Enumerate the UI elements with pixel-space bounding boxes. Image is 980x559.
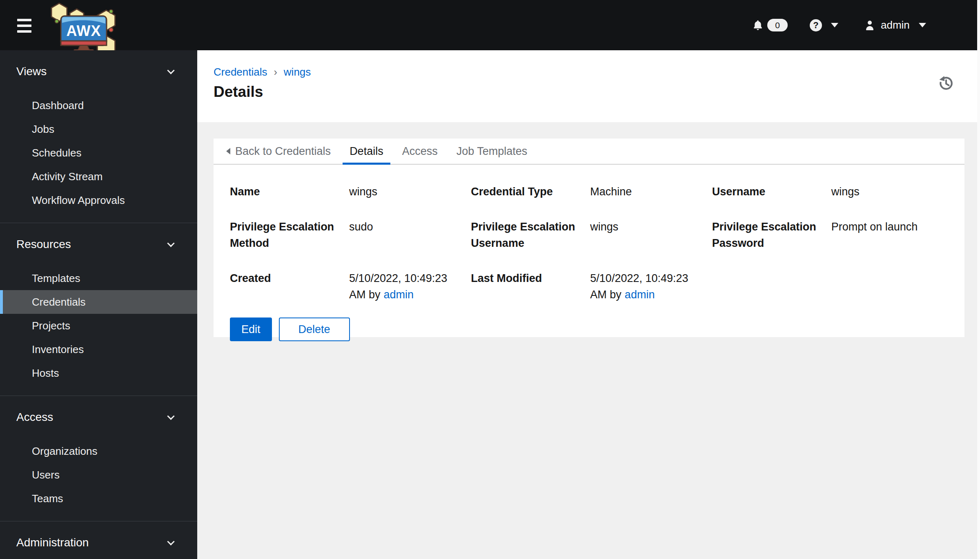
monitor-graphic: AWX — [61, 16, 107, 50]
field-name: Name wings — [230, 183, 466, 200]
credential-detail-card: Back to Credentials Details Access Job T… — [214, 139, 964, 337]
nav-group-access: Access Organizations Users Teams — [0, 396, 197, 521]
masthead-toolbar: 0 ? admin — [753, 0, 926, 50]
field-label: Last Modified — [471, 270, 590, 286]
detail-list: Name wings Credential Type Machine Usern… — [214, 165, 964, 303]
sidebar-item-teams[interactable]: Teams — [0, 487, 197, 510]
action-buttons: Edit Delete — [214, 318, 964, 341]
masthead: AWX 0 ? admin — [0, 0, 980, 50]
sidebar-item-jobs[interactable]: Jobs — [0, 117, 197, 141]
breadcrumb-separator: › — [274, 66, 277, 78]
sidebar-item-inventories[interactable]: Inventories — [0, 338, 197, 361]
field-username: Username wings — [712, 183, 948, 200]
sidebar-item-projects[interactable]: Projects — [0, 314, 197, 338]
field-value: Machine — [590, 183, 632, 200]
modified-by-admin-link[interactable]: admin — [625, 288, 655, 301]
nav-group-resources: Resources Templates Credentials Projects… — [0, 223, 197, 396]
tab-job-templates[interactable]: Job Templates — [450, 139, 535, 164]
field-credential-type: Credential Type Machine — [471, 183, 707, 200]
question-circle-icon: ? — [810, 19, 822, 31]
field-privilege-escalation-password: Privilege Escalation Password Prompt on … — [712, 219, 948, 251]
field-value: 5/10/2022, 10:49:23 AM byadmin — [349, 270, 456, 303]
user-icon — [864, 20, 875, 31]
breadcrumb: Credentials › wings — [214, 66, 980, 78]
sidebar-item-credentials[interactable]: Credentials — [0, 290, 197, 314]
field-value: wings — [349, 183, 377, 200]
nav-group-views: Views Dashboard Jobs Schedules Activity … — [0, 50, 197, 223]
sidebar-item-activity-stream[interactable]: Activity Stream — [0, 165, 197, 188]
field-value: wings — [590, 219, 618, 235]
sidebar-item-hosts[interactable]: Hosts — [0, 361, 197, 385]
field-label: Name — [230, 183, 349, 200]
field-value: sudo — [349, 219, 373, 235]
field-label: Privilege Escalation Username — [471, 219, 590, 251]
history-icon[interactable] — [938, 75, 955, 92]
left-triangle-icon — [226, 148, 230, 154]
nav-group-title-access[interactable]: Access — [0, 410, 197, 425]
field-label: Privilege Escalation Method — [230, 219, 349, 251]
sidebar: Views Dashboard Jobs Schedules Activity … — [0, 50, 197, 559]
field-value: Prompt on launch — [831, 219, 918, 235]
field-value: 5/10/2022, 10:49:23 AM byadmin — [590, 270, 697, 303]
awx-logo[interactable]: AWX — [46, 0, 118, 50]
field-label: Created — [230, 270, 349, 286]
field-privilege-escalation-username: Privilege Escalation Username wings — [471, 219, 707, 251]
created-by-admin-link[interactable]: admin — [384, 288, 414, 301]
field-label: Privilege Escalation Password — [712, 219, 831, 251]
help-dropdown[interactable]: ? — [810, 19, 838, 31]
tab-access[interactable]: Access — [395, 139, 445, 164]
hamburger-icon[interactable] — [17, 19, 31, 33]
chevron-down-icon — [167, 239, 174, 247]
notifications-button[interactable]: 0 — [753, 19, 788, 31]
delete-button[interactable]: Delete — [279, 318, 350, 341]
username-label: admin — [881, 19, 910, 31]
field-label: Credential Type — [471, 183, 590, 200]
field-label: Username — [712, 183, 831, 200]
sidebar-item-schedules[interactable]: Schedules — [0, 141, 197, 165]
content-area: Back to Credentials Details Access Job T… — [197, 122, 980, 559]
nav-group-title-views[interactable]: Views — [0, 64, 197, 79]
nav-group-title-administration[interactable]: Administration — [0, 535, 197, 550]
chevron-down-icon — [167, 412, 174, 420]
sidebar-item-organizations[interactable]: Organizations — [0, 439, 197, 463]
sidebar-item-dashboard[interactable]: Dashboard — [0, 94, 197, 117]
breadcrumb-wings-link[interactable]: wings — [284, 66, 311, 78]
nav-group-title-resources[interactable]: Resources — [0, 237, 197, 252]
breadcrumb-credentials-link[interactable]: Credentials — [214, 66, 267, 78]
user-dropdown[interactable]: admin — [864, 19, 926, 31]
caret-down-icon — [919, 23, 926, 27]
caret-down-icon — [831, 23, 838, 27]
edit-button[interactable]: Edit — [230, 318, 272, 341]
tab-details[interactable]: Details — [343, 139, 390, 164]
logo-text: AWX — [66, 22, 101, 39]
scrollbar[interactable] — [977, 0, 980, 559]
page-title: Details — [214, 83, 980, 101]
tab-back-to-credentials[interactable]: Back to Credentials — [219, 139, 338, 164]
chevron-down-icon — [167, 538, 174, 545]
chevron-down-icon — [167, 67, 174, 74]
field-created: Created 5/10/2022, 10:49:23 AM byadmin — [230, 270, 466, 303]
field-privilege-escalation-method: Privilege Escalation Method sudo — [230, 219, 466, 251]
sidebar-item-templates[interactable]: Templates — [0, 266, 197, 290]
sidebar-item-users[interactable]: Users — [0, 463, 197, 487]
page-header: Credentials › wings Details — [197, 50, 980, 122]
tab-bar: Back to Credentials Details Access Job T… — [214, 139, 964, 165]
sidebar-item-workflow-approvals[interactable]: Workflow Approvals — [0, 188, 197, 212]
nav-group-administration: Administration — [0, 521, 197, 559]
notification-count-badge: 0 — [767, 19, 788, 31]
field-last-modified: Last Modified 5/10/2022, 10:49:23 AM bya… — [471, 270, 707, 303]
field-value: wings — [831, 183, 860, 200]
bell-icon — [753, 19, 763, 31]
